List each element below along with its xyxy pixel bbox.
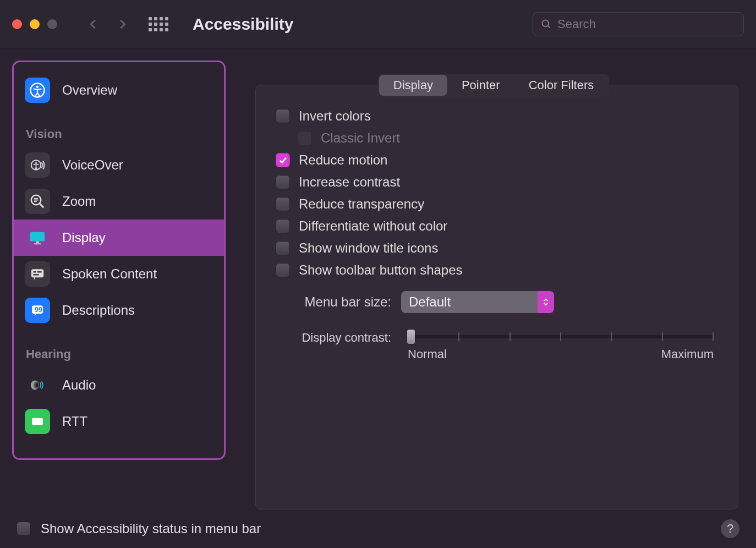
svg-rect-11 <box>30 232 45 242</box>
sidebar-item-label: Audio <box>62 377 96 393</box>
search-placeholder: Search <box>557 17 596 31</box>
tab-color-filters[interactable]: Color Filters <box>514 75 609 96</box>
titlebar: Accessibility Search <box>0 0 756 48</box>
checkbox-title-icons[interactable] <box>276 241 290 255</box>
sidebar-item-rtt[interactable]: RTT <box>14 403 224 440</box>
sidebar-item-label: Spoken Content <box>62 266 157 282</box>
tab-display[interactable]: Display <box>379 75 447 96</box>
footer-checkbox-label: Show Accessibility status in menu bar <box>41 521 261 536</box>
sidebar-item-label: Zoom <box>62 194 96 209</box>
checkbox-row-title-icons: Show window title icons <box>276 240 718 256</box>
zoom-window-button[interactable] <box>47 19 57 29</box>
menu-bar-size-label: Menu bar size: <box>276 294 391 310</box>
checkbox-label: Invert colors <box>299 108 371 124</box>
sidebar-item-label: Descriptions <box>62 303 135 318</box>
checkbox-invert-colors[interactable] <box>276 109 290 123</box>
display-icon <box>25 225 50 250</box>
search-icon <box>541 19 552 30</box>
select-stepper-icon <box>538 291 554 313</box>
sidebar-item-label: VoiceOver <box>62 157 123 173</box>
svg-rect-14 <box>31 269 44 277</box>
checkbox-label: Reduce motion <box>299 152 387 168</box>
sidebar-item-label: Overview <box>62 83 117 98</box>
sidebar-item-voiceover[interactable]: VoiceOver <box>14 147 224 183</box>
display-contrast-label: Display contrast: <box>276 331 391 345</box>
sidebar-section-vision: Vision <box>14 127 224 141</box>
svg-line-7 <box>40 204 44 208</box>
svg-point-5 <box>35 162 37 164</box>
tab-pointer[interactable]: Pointer <box>447 75 514 96</box>
checkbox-toolbar-shapes[interactable] <box>276 263 290 277</box>
sidebar: Overview Vision VoiceOver Zoom <box>12 61 226 460</box>
checkbox-row-toolbar-shapes: Show toolbar button shapes <box>276 262 718 278</box>
svg-point-0 <box>543 20 549 26</box>
checkbox-row-increase-contrast: Increase contrast <box>276 174 718 190</box>
slider-thumb[interactable] <box>407 329 415 344</box>
sidebar-item-audio[interactable]: Audio <box>14 367 224 403</box>
sidebar-item-display[interactable]: Display <box>14 220 224 256</box>
checkbox-reduce-transparency[interactable] <box>276 197 290 211</box>
close-window-button[interactable] <box>12 19 22 29</box>
svg-rect-23 <box>32 418 43 425</box>
svg-rect-13 <box>34 243 41 244</box>
svg-rect-17 <box>34 274 39 276</box>
checkbox-label: Show window title icons <box>299 240 438 256</box>
accessibility-icon <box>25 78 50 103</box>
svg-point-3 <box>36 86 39 89</box>
slider-max-label: Maximum <box>661 347 714 361</box>
checkbox-row-reduce-motion: Reduce motion <box>276 152 718 168</box>
main-area: Overview Vision VoiceOver Zoom <box>0 48 756 509</box>
zoom-icon <box>25 189 50 214</box>
svg-point-22 <box>36 383 39 387</box>
select-value: Default <box>401 294 538 310</box>
checkbox-row-classic-invert: Classic Invert <box>298 130 718 146</box>
checkbox-label: Show toolbar button shapes <box>299 262 463 278</box>
display-tabs: Display Pointer Color Filters <box>378 74 609 97</box>
checkbox-show-accessibility-status[interactable] <box>17 522 31 536</box>
checkbox-row-differentiate-color: Differentiate without color <box>276 218 718 234</box>
checkbox-classic-invert <box>298 131 312 145</box>
svg-text:99: 99 <box>35 306 42 314</box>
audio-icon <box>25 372 50 398</box>
minimize-window-button[interactable] <box>30 19 40 29</box>
sidebar-item-zoom[interactable]: Zoom <box>14 183 224 220</box>
sidebar-item-label: RTT <box>62 414 87 429</box>
search-input[interactable]: Search <box>533 12 744 36</box>
content-area: Display Pointer Color Filters Invert col… <box>243 61 744 509</box>
display-contrast-row: Display contrast: Normal Maximum <box>276 330 718 361</box>
voiceover-icon <box>25 152 50 178</box>
rtt-icon <box>25 409 50 434</box>
sidebar-item-overview[interactable]: Overview <box>14 72 224 108</box>
svg-rect-15 <box>34 271 36 273</box>
sidebar-section-hearing: Hearing <box>14 347 224 361</box>
back-button[interactable] <box>87 18 100 31</box>
help-button[interactable]: ? <box>721 519 739 538</box>
sidebar-item-label: Display <box>62 230 106 245</box>
svg-rect-16 <box>37 271 42 273</box>
descriptions-icon: 99 <box>25 298 50 323</box>
checkbox-label: Increase contrast <box>299 174 400 190</box>
display-panel: Invert colors Classic Invert Reduce moti… <box>255 85 738 509</box>
menu-bar-size-row: Menu bar size: Default <box>276 291 718 313</box>
window-controls <box>12 19 57 29</box>
checkbox-reduce-motion[interactable] <box>276 153 290 167</box>
slider-min-label: Normal <box>408 347 447 361</box>
footer: Show Accessibility status in menu bar ? <box>0 509 756 548</box>
menu-bar-size-select[interactable]: Default <box>401 291 554 313</box>
sidebar-item-descriptions[interactable]: 99 Descriptions <box>14 292 224 328</box>
svg-line-1 <box>548 25 550 28</box>
checkbox-increase-contrast[interactable] <box>276 175 290 189</box>
display-contrast-slider[interactable] <box>408 335 714 338</box>
nav-buttons <box>87 18 129 31</box>
spoken-content-icon <box>25 261 50 287</box>
window-title: Accessibility <box>193 15 293 34</box>
checkbox-label: Differentiate without color <box>299 218 447 234</box>
svg-rect-12 <box>36 242 39 244</box>
checkbox-differentiate-color[interactable] <box>276 219 290 233</box>
forward-button[interactable] <box>116 18 129 31</box>
checkbox-label: Classic Invert <box>321 130 400 146</box>
slider-ticks <box>408 332 714 341</box>
checkbox-label: Reduce transparency <box>299 196 424 212</box>
sidebar-item-spoken-content[interactable]: Spoken Content <box>14 256 224 292</box>
show-all-preferences-button[interactable] <box>149 17 168 31</box>
